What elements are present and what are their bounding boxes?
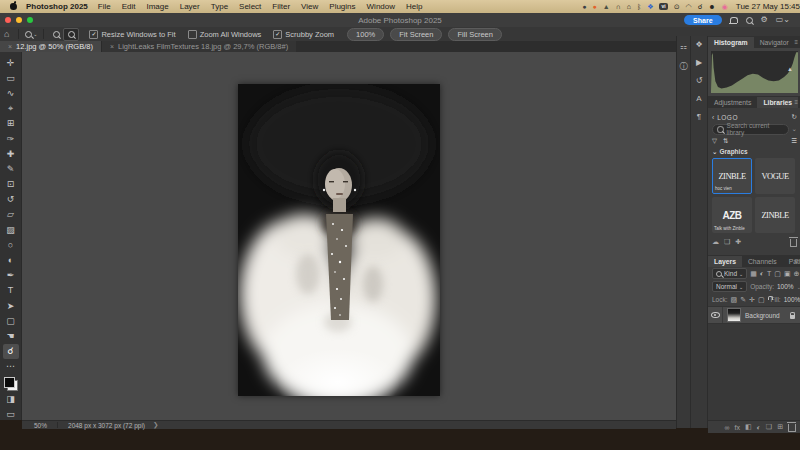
- layer-lock-icon[interactable]: [790, 315, 795, 319]
- menubar-status-icon[interactable]: ●: [582, 0, 586, 13]
- menu-bar-clock[interactable]: Tue 27 May 15:45: [736, 2, 800, 11]
- menubar-status-icon[interactable]: ⊙: [674, 0, 680, 13]
- menu-item[interactable]: Plugins: [329, 2, 355, 11]
- settings-gear-icon[interactable]: ⚙: [761, 15, 768, 25]
- tab-adjustments[interactable]: Adjustments: [708, 97, 757, 108]
- panel-strip-icon[interactable]: ↺: [696, 76, 703, 85]
- panel-strip-icon[interactable]: ❖: [695, 40, 702, 49]
- options-button[interactable]: Fill Screen: [448, 28, 501, 41]
- options-checkbox[interactable]: Scrubby Zoom: [273, 30, 334, 39]
- apple-menu-icon[interactable]: [10, 3, 17, 10]
- panel-menu-icon[interactable]: ≡: [794, 39, 798, 45]
- tab-navigator[interactable]: Navigator: [754, 37, 795, 48]
- tool-button[interactable]: ▭: [3, 70, 19, 85]
- tool-button[interactable]: ◐: [3, 252, 19, 267]
- link-layers-icon[interactable]: ∞: [725, 424, 730, 431]
- menubar-status-icon[interactable]: ☌: [698, 0, 703, 13]
- tool-button[interactable]: ✚: [3, 146, 19, 161]
- panel-strip-icon[interactable]: ⓘ: [680, 61, 688, 72]
- panel-menu-icon[interactable]: ≡: [794, 258, 798, 264]
- tab-libraries[interactable]: Libraries: [757, 97, 798, 108]
- new-group-icon[interactable]: ❏: [766, 423, 772, 431]
- sync-icon[interactable]: ↻: [792, 113, 797, 121]
- lock-position-icon[interactable]: ✛: [749, 296, 755, 304]
- library-name[interactable]: LOGO: [717, 114, 738, 121]
- layer-filter-icon[interactable]: ▣: [784, 270, 791, 278]
- menubar-status-icon[interactable]: ❖: [647, 0, 653, 13]
- tool-button[interactable]: ✑: [3, 131, 19, 146]
- panel-strip-icon[interactable]: A: [696, 94, 701, 103]
- tool-button[interactable]: ➤: [3, 298, 19, 313]
- lock-artboard-icon[interactable]: ▢: [758, 296, 765, 304]
- chevron-down-icon[interactable]: ⌄: [792, 125, 797, 133]
- tool-button[interactable]: ∿: [3, 85, 19, 100]
- lock-transparency-icon[interactable]: ▨: [731, 296, 738, 304]
- menu-item[interactable]: Help: [406, 2, 422, 11]
- zoom-out-icon[interactable]: [49, 29, 63, 40]
- menubar-status-icon[interactable]: ▲: [603, 0, 610, 13]
- checkbox-box[interactable]: [273, 30, 282, 39]
- library-graphic-item[interactable]: ZINBLE: [755, 197, 795, 233]
- checkbox-box[interactable]: [89, 30, 98, 39]
- view-mode-icon[interactable]: ☰: [791, 137, 797, 145]
- layer-filter-icon[interactable]: ◐: [760, 270, 764, 278]
- tool-button[interactable]: ✒: [3, 268, 19, 283]
- zoom-level-field[interactable]: 50%: [34, 422, 47, 429]
- tool-button[interactable]: T: [3, 283, 19, 298]
- adjustment-layer-icon[interactable]: ◐: [757, 424, 761, 431]
- tool-button[interactable]: ✛: [3, 55, 19, 70]
- layer-filter-icon[interactable]: ▦: [750, 270, 757, 278]
- document-image[interactable]: [238, 84, 440, 396]
- tab-channels[interactable]: Channels: [742, 256, 783, 267]
- menubar-status-icon[interactable]: ☻: [708, 0, 715, 13]
- app-search-icon[interactable]: [746, 17, 753, 24]
- tool-button[interactable]: ☚: [3, 328, 19, 343]
- chevron-down-icon[interactable]: ⌄: [797, 284, 800, 290]
- layer-thumbnail[interactable]: [727, 308, 741, 322]
- filter-toggle-icon[interactable]: ⊕: [794, 270, 800, 278]
- blend-mode-select[interactable]: Normal ⌄: [712, 281, 747, 292]
- panel-strip-icon[interactable]: ▶: [696, 58, 702, 67]
- filter-icon[interactable]: ▽: [712, 137, 717, 145]
- tool-button[interactable]: ✎: [3, 161, 19, 176]
- menu-item[interactable]: Layer: [180, 2, 200, 11]
- back-chevron-icon[interactable]: ‹: [712, 114, 714, 121]
- tool-button[interactable]: ☌: [3, 344, 19, 359]
- menubar-status-icon[interactable]: ᛒ: [637, 0, 641, 13]
- sort-icon[interactable]: ⇅: [723, 137, 728, 145]
- library-graphic-item[interactable]: ZINBLE hoc vien: [712, 158, 752, 194]
- library-footer-icon[interactable]: ❏: [724, 238, 730, 246]
- tool-button[interactable]: ▱: [3, 207, 19, 222]
- status-chevron-icon[interactable]: ❯: [153, 421, 158, 429]
- panel-strip-icon[interactable]: ⚏: [680, 42, 687, 51]
- opacity-value[interactable]: 100%: [777, 283, 794, 290]
- zoom-tool-preset-icon[interactable]: ⌄: [24, 29, 38, 40]
- fill-value[interactable]: 100%: [784, 296, 800, 303]
- library-graphic-item[interactable]: VOGUE: [755, 158, 795, 194]
- layer-filter-icon[interactable]: ▢: [774, 270, 781, 278]
- menu-item[interactable]: Window: [367, 2, 395, 11]
- add-mask-icon[interactable]: ◧: [745, 423, 752, 431]
- menu-item[interactable]: Filter: [272, 2, 290, 11]
- zoom-in-icon[interactable]: [63, 28, 79, 41]
- options-button[interactable]: 100%: [347, 28, 384, 41]
- menubar-status-icon[interactable]: ◉: [722, 0, 728, 13]
- document-tab-inactive[interactable]: × LightLeaks FilmTextures 18.jpg @ 29,7%…: [101, 41, 296, 52]
- app-menu-title[interactable]: Photoshop 2025: [26, 2, 88, 11]
- document-tab-active[interactable]: × 12.jpg @ 50% (RGB/8): [0, 41, 101, 52]
- library-search-input[interactable]: Search current library: [712, 124, 789, 135]
- options-checkbox[interactable]: Resize Windows to Fit: [89, 30, 175, 39]
- layer-filter-kind[interactable]: Kind ⌄: [712, 268, 747, 279]
- menu-item[interactable]: Type: [211, 2, 228, 11]
- options-button[interactable]: Fit Screen: [390, 28, 442, 41]
- checkbox-box[interactable]: [188, 30, 197, 39]
- library-footer-icon[interactable]: ☁: [712, 238, 719, 246]
- layer-visibility-toggle[interactable]: [708, 307, 723, 323]
- delete-layer-icon[interactable]: [788, 424, 796, 432]
- close-tab-icon[interactable]: ×: [8, 43, 12, 50]
- layer-filter-icon[interactable]: T: [767, 270, 771, 278]
- menu-item[interactable]: File: [98, 2, 111, 11]
- tool-button[interactable]: ⊡: [3, 177, 19, 192]
- tool-button[interactable]: ↺: [3, 192, 19, 207]
- menubar-status-icon[interactable]: ∩: [616, 0, 621, 13]
